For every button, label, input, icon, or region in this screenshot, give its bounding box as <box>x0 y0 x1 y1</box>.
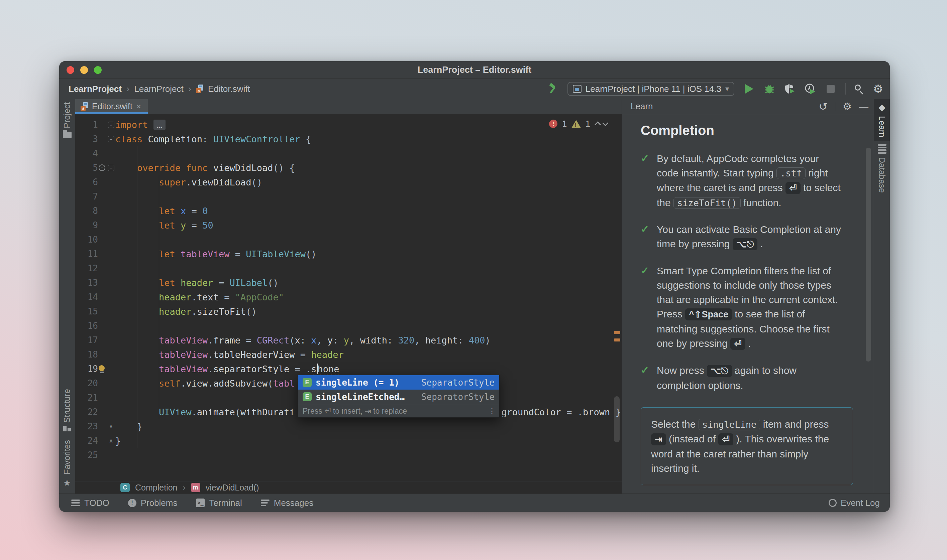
sidebar-item-favorites[interactable]: Favorites ★ <box>59 437 75 494</box>
text-run: again to show <box>732 365 796 376</box>
run-button[interactable] <box>743 83 755 95</box>
event-log-button[interactable]: Event Log <box>828 498 880 508</box>
code-line: 15 header.sizeToFit() <box>75 305 622 319</box>
settings-gear-icon[interactable]: ⚙ <box>873 83 884 95</box>
fold-marker-icon[interactable]: ∧ <box>108 423 114 430</box>
sidebar-item-project[interactable]: Project <box>59 99 75 142</box>
text-run: Select the <box>651 418 699 430</box>
shortcut-key-chip: ^⇧Space <box>685 308 732 320</box>
editor-tab-bar: s Editor.swift × <box>75 99 622 114</box>
fold-marker-icon[interactable]: − <box>108 136 114 142</box>
text-run: to select <box>800 182 841 193</box>
learn-icon: ◆ <box>879 102 885 112</box>
line-number: 20 <box>75 376 98 391</box>
overriding-method-icon[interactable]: ↑ <box>99 165 105 171</box>
window-title: LearnProject – Editor.swift <box>59 61 890 79</box>
code-chip: .stf <box>776 168 805 179</box>
stop-button[interactable] <box>825 83 836 95</box>
sidebar-item-structure[interactable]: Structure <box>59 386 75 437</box>
debug-button[interactable] <box>764 83 775 95</box>
checkmark-icon: ✓ <box>641 222 650 252</box>
line-number: 7 <box>75 189 98 204</box>
text-run: Now press <box>657 365 707 376</box>
tab-editor-swift[interactable]: s Editor.swift × <box>75 99 148 114</box>
method-icon: m <box>191 483 200 492</box>
sidebar-item-database[interactable]: Database <box>874 141 890 196</box>
warning-icon: ! <box>571 120 581 128</box>
breadcrumb-project[interactable]: LearnProject <box>69 84 122 94</box>
code-chip: sizeToFit() <box>674 197 741 209</box>
gear-icon[interactable]: ⚙ <box>843 102 852 112</box>
editor-scrollbar[interactable] <box>614 396 620 442</box>
completion-hint: Press ⏎ to insert, ⇥ to replace ⋮ <box>298 404 499 417</box>
code-line: 13 let header = UILabel() <box>75 275 622 290</box>
terminal-toolwindow-button[interactable]: >_ Terminal <box>196 498 242 508</box>
code-line: 18 tableView.tableHeaderView = header <box>75 348 622 362</box>
fold-marker-icon[interactable]: − <box>108 165 114 171</box>
shortcut-key-chip: ⌥⎋ <box>707 365 732 377</box>
search-icon[interactable] <box>855 85 864 93</box>
code-line: 10 <box>75 232 622 247</box>
shortcut-key-chip: ⇥ <box>651 433 666 445</box>
breadcrumb-method[interactable]: viewDidLoad() <box>206 483 259 492</box>
restart-lesson-icon[interactable]: ↺ <box>819 101 828 112</box>
hide-panel-icon[interactable]: — <box>859 102 868 111</box>
text-run: matching suggestions. Choose the first <box>657 323 830 334</box>
fold-marker-icon[interactable]: + <box>108 122 114 128</box>
inspections-widget[interactable]: ! 1 ! 1 <box>549 119 608 129</box>
code-editor[interactable]: 1+import …3−class Completion: UIViewCont… <box>75 114 622 481</box>
todo-toolwindow-button[interactable]: TODO <box>71 498 110 508</box>
line-number: 14 <box>75 290 98 305</box>
previous-issue-chevron-icon[interactable] <box>595 121 601 127</box>
completion-item[interactable]: EsingleLine (= 1)SeparatorStyle <box>298 375 499 389</box>
close-tab-icon[interactable]: × <box>136 102 141 111</box>
run-with-coverage-button[interactable] <box>805 83 816 95</box>
shortcut-key-chip: ⌥⎋ <box>733 238 757 250</box>
completion-item[interactable]: EsingleLineEtched…SeparatorStyle <box>298 389 499 404</box>
line-number: 15 <box>75 305 98 319</box>
code-chip: singleLine <box>699 418 760 430</box>
messages-toolwindow-button[interactable]: Messages <box>261 498 314 508</box>
database-icon <box>878 144 887 154</box>
fold-marker-icon[interactable]: ∧ <box>108 438 114 444</box>
problems-toolwindow-button[interactable]: ! Problems <box>128 498 177 508</box>
breadcrumb-group[interactable]: LearnProject <box>134 84 183 94</box>
error-count: 1 <box>562 119 567 129</box>
error-stripe-mark[interactable] <box>614 331 620 334</box>
text-run: to see the list of <box>732 308 805 319</box>
text-run: word at the caret rather than simply <box>651 448 808 459</box>
error-stripe-mark[interactable] <box>614 338 620 342</box>
chevron-down-icon: ▾ <box>725 85 729 93</box>
intention-bulb-icon[interactable] <box>99 365 105 373</box>
completion-item-type: SeparatorStyle <box>421 378 495 388</box>
divider <box>835 102 835 112</box>
checkmark-icon: ✓ <box>641 151 650 210</box>
code-line: 8 let x = 0 <box>75 204 622 218</box>
line-number: 21 <box>75 391 98 405</box>
problems-icon: ! <box>128 499 136 507</box>
more-menu-icon[interactable]: ⋮ <box>488 404 496 418</box>
line-number: 12 <box>75 261 98 275</box>
code-line: 25 <box>75 448 622 462</box>
completion-item-type: SeparatorStyle <box>421 392 495 402</box>
breadcrumb-file[interactable]: Editor.swift <box>208 84 250 94</box>
code-line: 4 <box>75 146 622 161</box>
next-issue-chevron-icon[interactable] <box>602 120 608 126</box>
run-configuration-select[interactable]: LearnProject | iPhone 11 | iOS 14.3 ▾ <box>568 82 734 96</box>
breadcrumb-class[interactable]: Completion <box>135 483 177 492</box>
text-run: that are applicable in the current conte… <box>657 294 838 305</box>
learn-scrollbar[interactable] <box>866 148 871 362</box>
structure-stripe-label: Structure <box>62 389 72 423</box>
build-hammer-icon[interactable] <box>547 83 558 95</box>
completion-popup: EsingleLine (= 1)SeparatorStyleEsingleLi… <box>298 375 500 418</box>
profile-button[interactable] <box>784 83 796 95</box>
text-run: function. <box>741 197 782 208</box>
text-run: one by pressing <box>657 338 730 349</box>
lesson-step: ✓Now press ⌥⎋ again to showcompletion op… <box>641 363 853 392</box>
messages-icon <box>261 500 270 506</box>
learn-panel-content: Completion ✓By default, AppCode complete… <box>622 114 874 494</box>
sidebar-item-learn[interactable]: ◆ Learn <box>874 99 890 141</box>
completion-item-label: singleLineEtched… <box>316 392 405 402</box>
code-line: 12 <box>75 261 622 275</box>
text-run: completion options. <box>657 380 743 391</box>
